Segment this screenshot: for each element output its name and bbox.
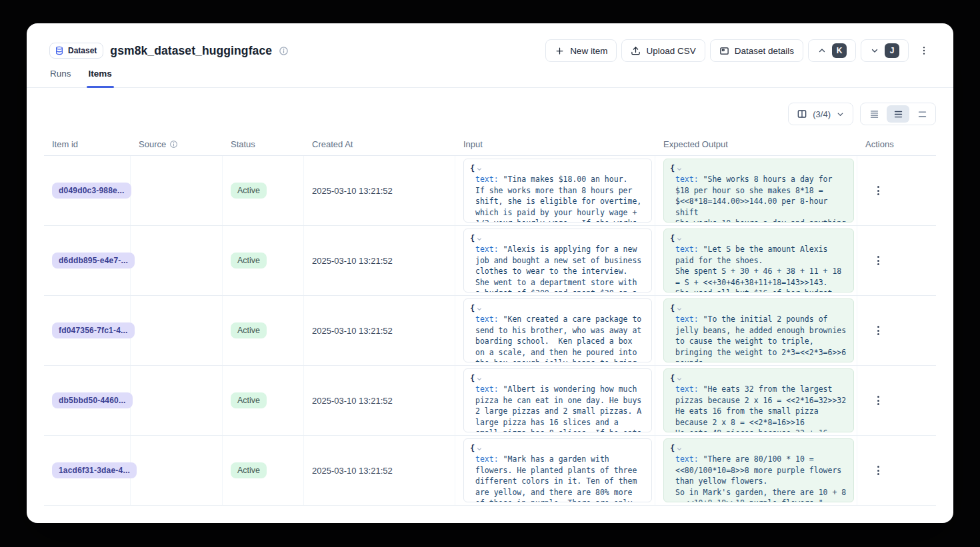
status-badge: Active [231, 253, 267, 269]
row-kebab-menu-button[interactable] [873, 462, 883, 479]
item-id-cell: fd047356-7fc1-4... [44, 296, 131, 365]
item-id-badge[interactable]: db5bbd50-4460... [52, 392, 133, 408]
status-cell: Active [223, 366, 304, 435]
table-row: fd047356-7fc1-4... Active 2025-03-10 13:… [44, 296, 936, 366]
input-cell: { text: "Ken created a care package to s… [455, 296, 655, 365]
json-key: text: [475, 314, 503, 324]
table-header-row: Item id Source Status Created At Input E… [44, 133, 936, 156]
json-key: text: [675, 175, 703, 184]
status-badge: Active [231, 183, 267, 199]
expand-chevron-icon[interactable] [676, 376, 683, 382]
created-at-cell: 2025-03-10 13:21:52 [304, 366, 455, 435]
upload-csv-button[interactable]: Upload CSV [621, 39, 705, 62]
row-kebab-menu-button[interactable] [873, 322, 883, 339]
open-brace: { [470, 234, 475, 243]
created-at-value: 2025-03-10 13:21:52 [312, 326, 393, 336]
open-brace: { [670, 164, 675, 173]
source-cell [131, 436, 223, 505]
items-table: Item id Source Status Created At Input E… [44, 133, 936, 506]
expand-chevron-icon[interactable] [676, 166, 683, 173]
row-kebab-menu-button[interactable] [873, 252, 883, 269]
col-header-created-at: Created At [304, 139, 455, 149]
columns-selector-button[interactable]: (3/4) [788, 103, 853, 125]
input-cell: { text: "Mark has a garden with flowers.… [455, 436, 655, 505]
input-json-box[interactable]: { text: "Alexis is applying for a new jo… [463, 229, 652, 292]
row-kebab-menu-button[interactable] [873, 182, 883, 199]
table-row: 1acd6f31-3dae-4... Active 2025-03-10 13:… [44, 436, 936, 506]
created-at-value: 2025-03-10 13:21:52 [312, 256, 393, 266]
folder-details-icon [719, 46, 729, 56]
expected-output-json-box[interactable]: { text: "Let S be the amount Alexis paid… [663, 229, 854, 292]
item-id-badge[interactable]: 1acd6f31-3dae-4... [52, 462, 137, 478]
input-json-box[interactable]: { text: "Albert is wondering how much pi… [463, 368, 652, 432]
expand-chevron-icon[interactable] [476, 166, 483, 173]
open-brace: { [470, 304, 475, 313]
input-cell: { text: "Alexis is applying for a new jo… [455, 226, 655, 295]
open-brace: { [670, 444, 675, 453]
kebab-icon [919, 45, 929, 56]
input-json-box[interactable]: { text: "Tina makes $18.00 an hour. If s… [463, 159, 652, 223]
expand-chevron-icon[interactable] [676, 236, 683, 243]
json-key: text: [475, 384, 503, 394]
col-header-input: Input [455, 139, 655, 149]
expand-user-j-button[interactable]: J [861, 39, 909, 62]
collapse-user-k-button[interactable]: K [808, 39, 856, 62]
actions-cell [857, 436, 936, 505]
expected-output-json-box[interactable]: { text: "He eats 32 from the largest piz… [663, 368, 854, 432]
input-json-box[interactable]: { text: "Mark has a garden with flowers.… [463, 438, 652, 502]
expected-output-json-box[interactable]: { text: "She works 8 hours a day for $18… [663, 159, 854, 223]
expand-chevron-icon[interactable] [476, 236, 483, 243]
status-badge: Active [231, 322, 267, 338]
new-item-button[interactable]: New item [545, 39, 617, 62]
expand-chevron-icon[interactable] [476, 446, 483, 452]
header-kebab-menu-button[interactable] [913, 39, 935, 62]
json-key: text: [675, 454, 703, 464]
item-id-badge[interactable]: fd047356-7fc1-4... [52, 322, 135, 338]
tab-runs[interactable]: Runs [49, 69, 72, 87]
created-at-cell: 2025-03-10 13:21:52 [304, 156, 455, 225]
item-id-cell: db5bbd50-4460... [44, 366, 131, 435]
tab-bar: Runs Items [27, 69, 953, 88]
density-small-icon [869, 109, 879, 119]
row-kebab-menu-button[interactable] [873, 392, 883, 409]
status-cell: Active [223, 226, 304, 295]
item-id-cell: d6ddb895-e4e7-... [44, 226, 131, 295]
item-id-badge[interactable]: d049d0c3-988e... [52, 183, 131, 199]
created-at-value: 2025-03-10 13:21:52 [312, 396, 393, 406]
json-key: text: [675, 384, 703, 394]
source-info-icon[interactable] [169, 140, 178, 149]
status-badge: Active [231, 462, 267, 478]
input-json-box[interactable]: { text: "Ken created a care package to s… [463, 298, 652, 362]
table-row: db5bbd50-4460... Active 2025-03-10 13:21… [44, 366, 936, 436]
dataset-details-button[interactable]: Dataset details [710, 39, 803, 62]
expected-output-json-box[interactable]: { text: "There are 80/100 * 10 = <<80/10… [663, 438, 854, 502]
title-info-icon[interactable] [279, 46, 289, 56]
source-cell [131, 226, 223, 295]
row-height-small-button[interactable] [863, 105, 885, 123]
upload-icon [631, 46, 641, 56]
open-brace: { [670, 374, 675, 383]
tab-items[interactable]: Items [88, 69, 113, 87]
created-at-value: 2025-03-10 13:21:52 [312, 466, 393, 476]
row-height-large-button[interactable] [911, 105, 933, 123]
expand-chevron-icon[interactable] [676, 306, 683, 312]
source-cell [131, 296, 223, 365]
expand-chevron-icon[interactable] [676, 446, 683, 452]
row-height-medium-button[interactable] [887, 105, 909, 123]
table-body: d049d0c3-988e... Active 2025-03-10 13:21… [44, 156, 936, 506]
col-header-status: Status [223, 139, 304, 149]
row-height-toggle-group [860, 103, 936, 125]
table-row: d6ddb895-e4e7-... Active 2025-03-10 13:2… [44, 226, 936, 296]
columns-icon [797, 109, 807, 119]
expected-output-json-box[interactable]: { text: "To the initial 2 pounds of jell… [663, 298, 854, 362]
actions-cell [857, 366, 936, 435]
expand-chevron-icon[interactable] [476, 376, 483, 382]
expand-chevron-icon[interactable] [476, 306, 483, 312]
item-id-badge[interactable]: d6ddb895-e4e7-... [52, 253, 135, 269]
item-id-cell: d049d0c3-988e... [44, 156, 131, 225]
table-controls: (3/4) [44, 103, 936, 125]
actions-cell [857, 226, 936, 295]
avatar-k: K [832, 43, 847, 58]
col-header-actions: Actions [857, 139, 936, 149]
source-cell [131, 366, 223, 435]
